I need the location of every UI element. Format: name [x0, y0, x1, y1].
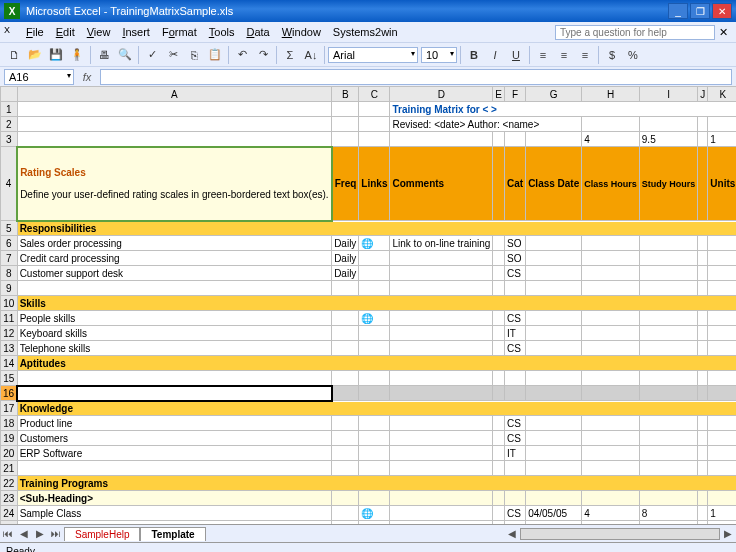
sum-icon[interactable]: Σ: [280, 45, 300, 65]
workbook-icon: X: [4, 25, 18, 39]
link-icon[interactable]: 🌐: [359, 311, 390, 326]
hscrollbar[interactable]: [520, 528, 720, 540]
maximize-button[interactable]: ❐: [690, 3, 710, 19]
print-icon[interactable]: 🖶: [94, 45, 114, 65]
tab-next-icon[interactable]: ▶: [32, 528, 48, 539]
font-size-select[interactable]: 10: [421, 47, 457, 63]
new-icon[interactable]: 🗋: [4, 45, 24, 65]
menu-format[interactable]: Format: [156, 24, 203, 40]
app-title: Microsoft Excel - TrainingMatrixSample.x…: [26, 5, 233, 17]
section-skills: Skills: [17, 296, 736, 311]
menu-data[interactable]: Data: [240, 24, 275, 40]
doc-close-button[interactable]: ✕: [715, 26, 732, 39]
font-name-select[interactable]: Arial: [328, 47, 418, 63]
undo-icon[interactable]: ↶: [232, 45, 252, 65]
table-row: 19CustomersCS303: [1, 431, 737, 446]
fx-button[interactable]: fx: [78, 69, 96, 85]
revised-author: Revised: <date> Author: <name>: [390, 117, 582, 132]
selected-cell[interactable]: [17, 386, 332, 401]
select-all[interactable]: [1, 87, 18, 102]
formula-bar[interactable]: [100, 69, 732, 85]
col-header[interactable]: A: [17, 87, 332, 102]
titlebar: X Microsoft Excel - TrainingMatrixSample…: [0, 0, 736, 22]
status-text: Ready: [6, 546, 35, 552]
worksheet-grid[interactable]: ABCDEFGHIJKLMNOPQRSTUVWXYZ 1Training Mat…: [0, 86, 736, 524]
table-row: 7Credit card processingDailySO123: [1, 251, 737, 266]
section-training: Training Programs: [17, 476, 736, 491]
menu-systems2win[interactable]: Systems2win: [327, 24, 404, 40]
table-row: 25Portal User Training📧IT01free213: [1, 521, 737, 525]
percent-icon[interactable]: %: [623, 45, 643, 65]
table-row: 11People skills🌐CS3?3: [1, 311, 737, 326]
tab-first-icon[interactable]: ⏮: [0, 528, 16, 539]
table-row: 12Keyboard skillsIT112: [1, 326, 737, 341]
table-row: 8Customer support deskDailyCS233: [1, 266, 737, 281]
minimize-button[interactable]: _: [668, 3, 688, 19]
section-knowledge: Knowledge: [17, 401, 736, 416]
sheet-title: Training Matrix for < >: [390, 102, 736, 117]
tab-template[interactable]: Template: [140, 527, 205, 541]
spell-icon[interactable]: ✓: [142, 45, 162, 65]
menu-edit[interactable]: Edit: [50, 24, 81, 40]
table-row: 13Telephone skillsCS222: [1, 341, 737, 356]
permission-icon[interactable]: 🧍: [67, 45, 87, 65]
close-button[interactable]: ✕: [712, 3, 732, 19]
menu-view[interactable]: View: [81, 24, 117, 40]
tab-last-icon[interactable]: ⏭: [48, 528, 64, 539]
cut-icon[interactable]: ✂: [163, 45, 183, 65]
table-row: 20ERP SoftwareIT113: [1, 446, 737, 461]
scroll-left-icon[interactable]: ◀: [504, 528, 520, 539]
tab-samplehelp[interactable]: SampleHelp: [64, 527, 140, 541]
standard-toolbar: 🗋 📂 💾 🧍 🖶 🔍 ✓ ✂ ⎘ 📋 ↶ ↷ Σ A↓ Arial 10 B …: [0, 42, 736, 66]
table-row: 6Sales order processingDaily🌐Link to on-…: [1, 236, 737, 251]
statusbar: Ready: [0, 542, 736, 552]
copy-icon[interactable]: ⎘: [184, 45, 204, 65]
menu-window[interactable]: Window: [276, 24, 327, 40]
section-responsibilities: Responsibilities: [17, 221, 736, 236]
redo-icon[interactable]: ↷: [253, 45, 273, 65]
menu-insert[interactable]: Insert: [116, 24, 156, 40]
align-center-icon[interactable]: ≡: [554, 45, 574, 65]
name-box[interactable]: A16: [4, 69, 74, 85]
formula-row: A16 fx: [0, 66, 736, 86]
paste-icon[interactable]: 📋: [205, 45, 225, 65]
preview-icon[interactable]: 🔍: [115, 45, 135, 65]
table-row: 18Product lineCS203: [1, 416, 737, 431]
excel-icon: X: [4, 3, 20, 19]
link-icon[interactable]: 🌐: [359, 236, 390, 251]
save-icon[interactable]: 💾: [46, 45, 66, 65]
section-aptitudes: Aptitudes: [17, 356, 736, 371]
italic-icon[interactable]: I: [485, 45, 505, 65]
currency-icon[interactable]: $: [602, 45, 622, 65]
tab-prev-icon[interactable]: ◀: [16, 528, 32, 539]
table-row: 24Sample Class🌐CS04/05/05481$595$595303: [1, 506, 737, 521]
menu-tools[interactable]: Tools: [203, 24, 241, 40]
align-right-icon[interactable]: ≡: [575, 45, 595, 65]
link-icon[interactable]: 📧: [359, 521, 390, 525]
align-left-icon[interactable]: ≡: [533, 45, 553, 65]
menubar: X File Edit View Insert Format Tools Dat…: [0, 22, 736, 42]
open-icon[interactable]: 📂: [25, 45, 45, 65]
rating-box: Rating ScalesDefine your user-defined ra…: [17, 147, 332, 221]
help-search[interactable]: [555, 25, 715, 40]
link-icon[interactable]: 🌐: [359, 506, 390, 521]
underline-icon[interactable]: U: [506, 45, 526, 65]
sort-icon[interactable]: A↓: [301, 45, 321, 65]
menu-file[interactable]: File: [20, 24, 50, 40]
bold-icon[interactable]: B: [464, 45, 484, 65]
scroll-right-icon[interactable]: ▶: [720, 528, 736, 539]
sheet-tabs: ⏮ ◀ ▶ ⏭ SampleHelp Template ◀ ▶: [0, 524, 736, 542]
